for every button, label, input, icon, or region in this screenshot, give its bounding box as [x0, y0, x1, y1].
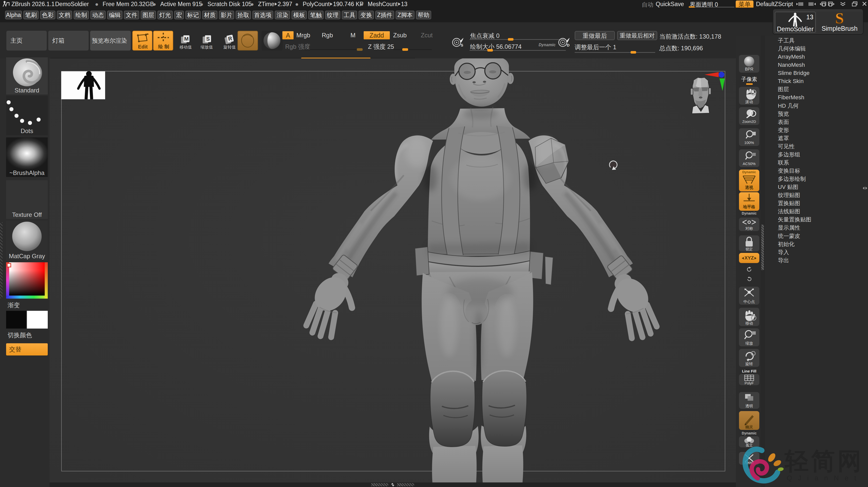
svg-text:移动: 移动	[745, 321, 753, 325]
svg-text:透明: 透明	[745, 404, 753, 408]
svg-text:AC50%: AC50%	[743, 161, 756, 166]
svg-text:S: S	[206, 36, 210, 42]
svg-text:D: D	[567, 43, 569, 47]
svg-text:BPR: BPR	[745, 67, 753, 71]
svg-text:轻简网: 轻简网	[784, 448, 864, 474]
svg-text:M: M	[184, 36, 189, 42]
svg-text:QJianNet: QJianNet	[787, 474, 862, 482]
svg-text:锁定: 锁定	[746, 247, 753, 251]
svg-text:幽灵: 幽灵	[745, 425, 753, 429]
svg-text:对称: 对称	[745, 226, 753, 231]
svg-text:S: S	[461, 43, 463, 47]
svg-text:PolyF: PolyF	[745, 381, 754, 385]
svg-text:缩放: 缩放	[745, 341, 753, 345]
svg-text:旋转: 旋转	[745, 362, 753, 366]
svg-text:滚动: 滚动	[745, 100, 753, 104]
svg-text:Zoom2D: Zoom2D	[742, 120, 756, 124]
svg-text:中心点: 中心点	[744, 299, 755, 304]
svg-text:S: S	[835, 12, 844, 25]
svg-text:100%: 100%	[744, 140, 754, 145]
